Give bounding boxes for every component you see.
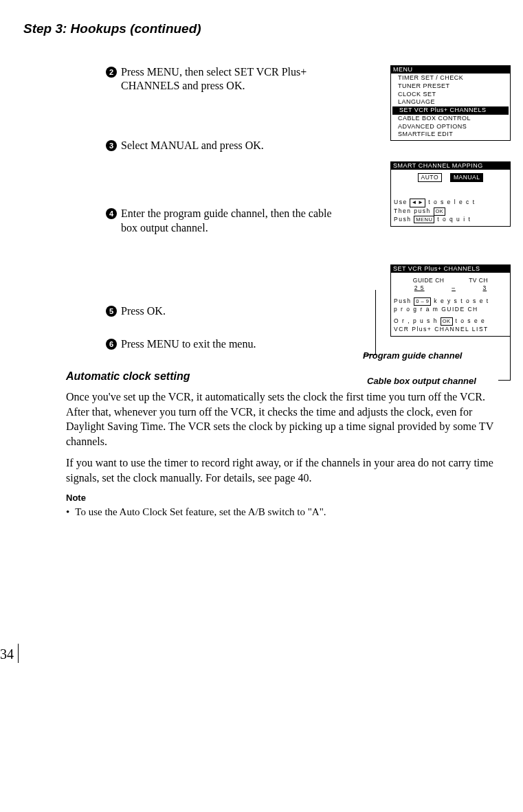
osd-sc-title: SMART CHANNEL MAPPING xyxy=(393,162,483,169)
callout-line xyxy=(498,380,511,381)
osd-instr: O r , p u s h OK t o s e e xyxy=(391,317,510,326)
steps-area: MENU TIMER SET / CHECK TUNER PRESET CLOC… xyxy=(23,65,511,352)
step-number-icon: 4 xyxy=(106,208,117,219)
osd-instr: VCR Plus+ CHANNEL LIST xyxy=(391,326,510,333)
step-text: Press MENU to exit the menu. xyxy=(121,337,256,352)
step-number-icon: 5 xyxy=(106,306,117,317)
callout-cable: Cable box output channel xyxy=(367,376,476,387)
step-text: Press OK. xyxy=(121,304,166,319)
page-title: Step 3: Hookups (continued) xyxy=(23,21,511,38)
bullet-icon: • xyxy=(66,506,69,519)
val-sep: – xyxy=(452,284,456,292)
step-row: 2 Press MENU, then select SET VCR Plus+ … xyxy=(106,65,511,94)
osd-option-manual: MANUAL xyxy=(450,173,483,182)
body-paragraph: If you want to use the timer to record r… xyxy=(66,455,504,485)
step-row: 4 Enter the program guide channel, then … xyxy=(106,207,511,236)
osd-ch-title: SET VCR Plus+ CHANNELS xyxy=(393,265,480,272)
step-text: Press MENU, then select SET VCR Plus+ CH… xyxy=(121,65,341,94)
osd-instr: Use ◄► t o s e l e c t xyxy=(391,199,510,207)
osd-menu-item: LANGUAGE xyxy=(391,98,510,106)
note-text: To use the Auto Clock Set feature, set t… xyxy=(75,506,326,519)
step-text: Select MANUAL and press OK. xyxy=(121,139,264,153)
osd-menu-item: CABLE BOX CONTROL xyxy=(391,115,510,123)
step-number-icon: 2 xyxy=(106,67,117,78)
osd-menu-item: ADVANCED OPTIONS xyxy=(391,123,510,131)
step-row: 6 Press MENU to exit the menu. xyxy=(106,337,511,352)
note-bullet: • To use the Auto Clock Set feature, set… xyxy=(66,506,511,519)
ok-key-icon: OK xyxy=(441,317,453,326)
val-tv: 3 xyxy=(482,284,487,292)
page-number: 34 xyxy=(0,644,19,663)
val-guide: 2 5 xyxy=(414,284,425,292)
osd-set-channels: SET VCR Plus+ CHANNELS GUIDE CH TV CH 2 … xyxy=(390,264,511,337)
step-row: 3 Select MANUAL and press OK. xyxy=(106,139,511,153)
osd-menu-item: SMARTFILE EDIT xyxy=(391,131,510,139)
step-row: 5 Press OK. xyxy=(106,304,511,319)
step-text: Enter the program guide channel, then th… xyxy=(121,207,341,236)
col-tv: TV CH xyxy=(469,277,488,284)
osd-option-auto: AUTO xyxy=(418,173,442,182)
left-right-arrow-icon: ◄► xyxy=(410,199,425,207)
osd-menu-item-selected: SET VCR Plus+ CHANNELS xyxy=(392,106,509,115)
step-number-icon: 6 xyxy=(106,339,117,350)
note-heading: Note xyxy=(66,493,511,504)
step-number-icon: 3 xyxy=(106,140,117,151)
body-paragraph: Once you've set up the VCR, it automatic… xyxy=(66,390,504,449)
col-guide: GUIDE CH xyxy=(413,277,445,284)
